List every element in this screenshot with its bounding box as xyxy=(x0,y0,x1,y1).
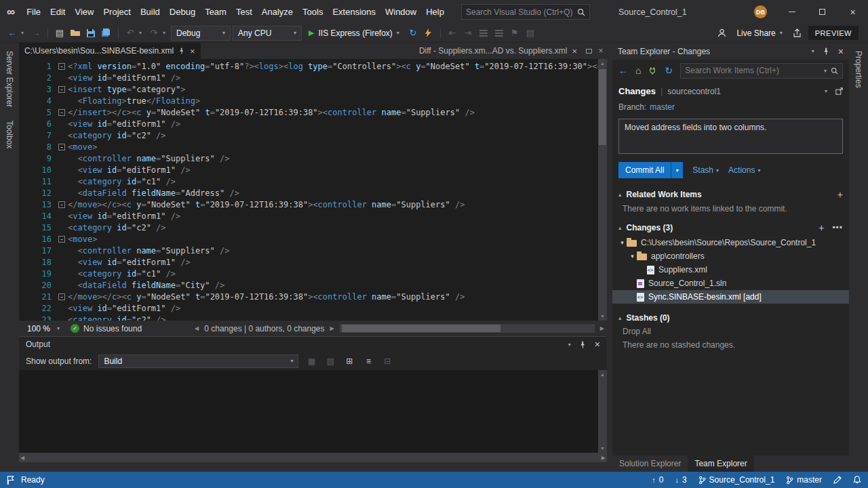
stash-dropdown[interactable]: Stash ▾ xyxy=(692,165,719,175)
work-item-search-box[interactable]: Search Work Items (Ctrl+) ▾ xyxy=(680,63,843,79)
branch-link[interactable]: master xyxy=(650,102,675,112)
menu-help[interactable]: Help xyxy=(421,4,449,20)
solution-platform-dropdown[interactable]: Any CPU ▾ xyxy=(233,26,302,41)
scroll-left-icon[interactable]: ◀ xyxy=(20,455,24,461)
menu-team[interactable]: Team xyxy=(200,4,231,20)
pin-icon[interactable] xyxy=(579,341,587,348)
share-icon[interactable] xyxy=(791,26,804,41)
commit-message-input[interactable]: Moved address fields into two columns. xyxy=(618,119,843,154)
branch-picker[interactable]: master xyxy=(786,475,822,485)
window-position-icon[interactable]: ▾ xyxy=(812,48,814,54)
related-work-items-header[interactable]: ▴ Related Work Items + xyxy=(612,183,849,203)
user-avatar[interactable]: DB xyxy=(754,5,767,18)
pending-changes-button[interactable] xyxy=(833,476,842,484)
pin-icon[interactable] xyxy=(178,47,185,54)
codelens-info[interactable]: 0 changes | 0 authors, 0 changes xyxy=(204,324,324,333)
connect-plug-icon[interactable] xyxy=(648,66,657,75)
live-share-button[interactable]: Live Share ▾ xyxy=(732,28,786,38)
menu-debug[interactable]: Debug xyxy=(165,4,200,20)
code-line-21[interactable]: 21-</move></c><c y="NodeSet" t="2019-07-… xyxy=(19,291,607,303)
output-source-dropdown[interactable]: Build ▾ xyxy=(98,354,298,368)
fold-marker[interactable]: - xyxy=(57,61,68,73)
code-line-11[interactable]: 11 <category id="c1" /> xyxy=(19,176,607,188)
code-health-indicator[interactable]: ✓ No issues found xyxy=(71,324,142,333)
more-actions-icon[interactable]: ••• xyxy=(832,223,843,232)
codelens-left-icon[interactable]: ◀ xyxy=(195,325,199,331)
code-line-19[interactable]: 19 <category id="c1" /> xyxy=(19,268,607,280)
undo-dropdown-icon[interactable]: ▾ xyxy=(139,30,145,36)
save-all-icon[interactable] xyxy=(100,26,113,41)
code-line-15[interactable]: 15<category id="c2" /> xyxy=(19,222,607,234)
close-tab-group-icon[interactable]: × xyxy=(595,43,607,59)
undo-icon[interactable]: ↶ xyxy=(123,26,137,41)
output-log[interactable]: ▲ ▼ xyxy=(19,370,607,453)
tool-tab-server-explorer[interactable]: Server Explorer xyxy=(5,51,14,107)
add-work-item-icon[interactable]: + xyxy=(837,189,843,200)
go-to-message-icon[interactable]: ▧ xyxy=(324,357,336,366)
background-tasks-icon[interactable] xyxy=(7,476,15,485)
clear-all-icon[interactable]: ⊞ xyxy=(343,357,355,366)
fold-marker[interactable]: - xyxy=(57,84,68,96)
output-panel-header[interactable]: Output ▾ × xyxy=(19,337,607,352)
fold-marker[interactable]: - xyxy=(57,199,68,211)
menu-tools[interactable]: Tools xyxy=(298,4,328,20)
code-line-1[interactable]: 1-<?xml version="1.0" encoding="utf-8"?>… xyxy=(19,61,607,73)
maximize-button[interactable] xyxy=(807,0,837,24)
page-dropdown-icon[interactable]: ▾ xyxy=(825,88,827,94)
indent-icon[interactable]: ⇥ xyxy=(461,26,475,41)
toggle-autoscroll-icon[interactable]: ⊟ xyxy=(381,357,393,366)
pin-icon[interactable] xyxy=(823,47,830,55)
code-line-16[interactable]: 16-<move> xyxy=(19,234,607,245)
navigate-back-icon[interactable]: ← xyxy=(5,26,19,41)
close-panel-icon[interactable]: × xyxy=(595,339,600,350)
window-position-icon[interactable]: ▾ xyxy=(568,342,571,348)
scroll-down-icon[interactable]: ▼ xyxy=(598,444,607,453)
collapse-icon[interactable]: ▴ xyxy=(618,224,622,231)
code-line-22[interactable]: 22<view id="editForm1" /> xyxy=(19,303,607,314)
undock-icon[interactable] xyxy=(835,87,843,95)
fold-marker[interactable]: - xyxy=(57,234,68,245)
menu-window[interactable]: Window xyxy=(380,4,421,20)
changes-tree-item[interactable]: ▾app\controllers xyxy=(612,249,849,263)
stashes-section-header[interactable]: ▴ Stashes (0) xyxy=(612,304,849,325)
open-folder-icon[interactable] xyxy=(68,26,82,41)
close-button[interactable]: × xyxy=(837,0,868,24)
bookmark-list-icon[interactable]: ▤ xyxy=(524,26,537,41)
add-changes-icon[interactable]: + xyxy=(818,222,824,233)
outgoing-commits-button[interactable]: ↑ 0 xyxy=(652,475,663,485)
tool-tab-properties[interactable]: Properties xyxy=(854,51,863,88)
menu-test[interactable]: Test xyxy=(231,4,257,20)
word-wrap-icon[interactable]: ≡ xyxy=(362,357,374,366)
start-debugging-button[interactable]: ▶ IIS Express (Firefox) ▾ xyxy=(304,26,404,41)
changes-tree-item[interactable]: ▾C:\Users\besin\Source\Repos\Source_Cont… xyxy=(612,236,849,249)
codelens-right-icon[interactable]: ▶ xyxy=(330,325,334,331)
scroll-up-icon[interactable]: ▲ xyxy=(598,59,607,68)
code-line-4[interactable]: 4 <Floating>true</Floating> xyxy=(19,96,607,107)
fold-marker[interactable]: - xyxy=(57,142,68,153)
home-icon[interactable]: ⌂ xyxy=(635,65,641,76)
repository-picker[interactable]: Source_Control_1 xyxy=(698,475,775,485)
code-line-2[interactable]: 2<view id="editForm1" /> xyxy=(19,73,607,84)
zoom-control[interactable]: 100 % ▾ xyxy=(22,324,65,333)
redo-dropdown-icon[interactable]: ▾ xyxy=(163,30,169,36)
close-tab-icon[interactable]: × xyxy=(190,46,195,56)
close-panel-icon[interactable]: × xyxy=(838,46,844,57)
commit-all-dropdown-icon[interactable]: ▾ xyxy=(671,162,683,178)
scroll-right-icon[interactable]: ▶ xyxy=(600,325,604,331)
scroll-up-icon[interactable]: ▲ xyxy=(598,370,607,379)
code-line-8[interactable]: 8-<move> xyxy=(19,142,607,153)
fold-marker[interactable]: - xyxy=(57,291,68,303)
menu-analyze[interactable]: Analyze xyxy=(257,4,298,20)
collapse-icon[interactable]: ▴ xyxy=(618,191,622,198)
menu-project[interactable]: Project xyxy=(98,4,135,20)
menu-file[interactable]: File xyxy=(22,4,45,20)
code-line-5[interactable]: 5-</insert></c><c y="NodeSet" t="2019-07… xyxy=(19,107,607,119)
fold-marker[interactable]: - xyxy=(57,107,68,119)
code-line-3[interactable]: 3-<insert type="category"> xyxy=(19,84,607,96)
actions-dropdown[interactable]: Actions ▾ xyxy=(728,165,760,175)
code-line-10[interactable]: 10 <view id="editForm1" /> xyxy=(19,165,607,176)
menu-extensions[interactable]: Extensions xyxy=(328,4,380,20)
code-line-12[interactable]: 12 <dataField fieldName="Address" /> xyxy=(19,188,607,199)
editor-horizontal-scrollbar[interactable] xyxy=(340,324,595,333)
solution-configuration-dropdown[interactable]: Debug ▾ xyxy=(171,26,231,41)
